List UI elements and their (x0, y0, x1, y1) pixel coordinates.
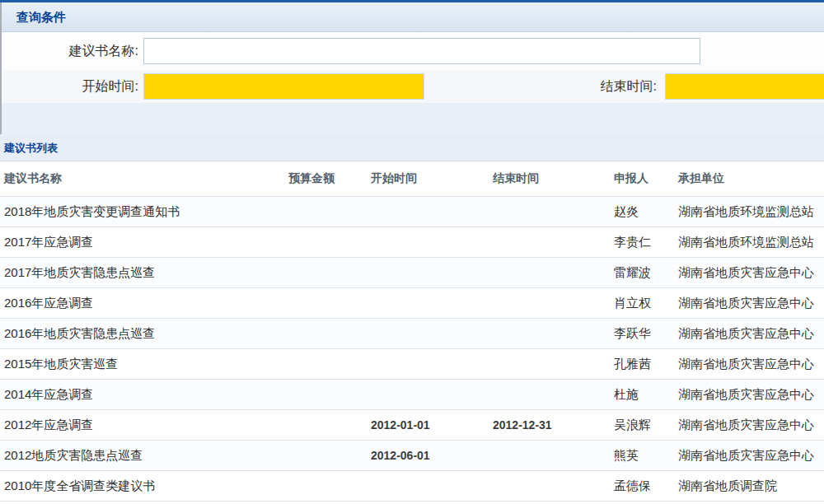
cell-applicant: 熊英 (614, 448, 639, 464)
cell-unit: 湖南省地质灾害应急中心 (678, 326, 814, 342)
table-row[interactable]: 2014年应急调查 杜施 湖南省地质灾害应急中心 (0, 380, 824, 410)
table-body: 2018年地质灾害变更调查通知书 赵炎 湖南省地质环境监测总站 2017年应急调… (0, 197, 824, 502)
column-header-start: 开始时间 (371, 171, 417, 186)
proposal-name-input[interactable] (143, 38, 700, 64)
cell-unit: 湖南省地质灾害应急中心 (678, 448, 814, 464)
proposal-name-row: 建议书名称: (2, 32, 824, 70)
proposal-name-label: 建议书名称: (2, 32, 138, 70)
table-row[interactable]: 2018年地质灾害变更调查通知书 赵炎 湖南省地质环境监测总站 (0, 197, 824, 227)
cell-unit: 湖南省地质调查院 (678, 478, 777, 494)
cell-proposal-name: 2012地质灾害隐患点巡查 (4, 448, 143, 464)
column-header-applicant: 申报人 (614, 171, 648, 186)
cell-proposal-name: 2014年应急调查 (4, 387, 93, 403)
start-time-input[interactable] (143, 73, 424, 100)
column-header-end: 结束时间 (493, 171, 539, 186)
cell-proposal-name: 2010年度全省调查类建议书 (4, 478, 155, 494)
table-row[interactable]: 2015年地质灾害巡查 孔雅茜 湖南省地质灾害应急中心 (0, 349, 824, 380)
table-row[interactable]: 2017年地质灾害隐患点巡查 雷耀波 湖南省地质灾害应急中心 (0, 258, 824, 288)
cell-unit: 湖南省地质环境监测总站 (678, 235, 814, 250)
start-time-label: 开始时间: (2, 70, 138, 103)
cell-unit: 湖南省地质灾害应急中心 (678, 357, 814, 372)
cell-proposal-name: 2016年地质灾害隐患点巡查 (4, 326, 155, 342)
table-row[interactable]: 2016年地质灾害隐患点巡查 李跃华 湖南省地质灾害应急中心 (0, 319, 824, 349)
cell-applicant: 李跃华 (614, 326, 651, 342)
cell-applicant: 李贵仁 (614, 235, 651, 250)
cell-unit: 湖南省地质环境监测总站 (678, 204, 814, 220)
cell-proposal-name: 2016年应急调查 (4, 296, 93, 311)
query-panel: 查询条件 建议书名称: 开始时间: 结束时间: (0, 2, 824, 134)
end-time-label: 结束时间: (521, 70, 657, 103)
cell-applicant: 吴浪辉 (614, 418, 651, 433)
cell-applicant: 雷耀波 (614, 265, 651, 281)
cell-start-time: 2012-01-01 (371, 418, 430, 432)
query-form: 建议书名称: 开始时间: 结束时间: (2, 32, 824, 134)
cell-applicant: 孟德保 (614, 478, 651, 494)
time-range-row: 开始时间: 结束时间: (2, 70, 824, 103)
column-header-name: 建议书名称 (4, 171, 62, 186)
cell-applicant: 杜施 (614, 387, 639, 403)
cell-start-time: 2012-06-01 (371, 449, 430, 462)
table-row[interactable]: 2012地质灾害隐患点巡查 2012-06-01 熊英 湖南省地质灾害应急中心 (0, 441, 824, 471)
cell-proposal-name: 2012年应急调查 (4, 418, 93, 433)
query-panel-title: 查询条件 (2, 2, 824, 32)
table-row[interactable]: 2010年度全省调查类建议书 孟德保 湖南省地质调查院 (0, 471, 824, 502)
cell-unit: 湖南省地质灾害应急中心 (678, 418, 814, 433)
cell-proposal-name: 2017年地质灾害隐患点巡查 (4, 265, 155, 281)
cell-unit: 湖南省地质灾害应急中心 (678, 265, 814, 281)
query-panel-footer (2, 103, 824, 134)
column-header-unit: 承担单位 (678, 171, 724, 186)
cell-unit: 湖南省地质灾害应急中心 (678, 387, 814, 403)
cell-proposal-name: 2018年地质灾害变更调查通知书 (4, 204, 180, 220)
cell-proposal-name: 2015年地质灾害巡查 (4, 357, 118, 372)
cell-applicant: 孔雅茜 (614, 357, 651, 372)
cell-unit: 湖南省地质灾害应急中心 (678, 296, 814, 311)
table-row[interactable]: 2016年应急调查 肖立权 湖南省地质灾害应急中心 (0, 288, 824, 319)
end-time-input[interactable] (665, 73, 824, 100)
table-row[interactable]: 2012年应急调查 2012-01-01 2012-12-31 吴浪辉 湖南省地… (0, 410, 824, 441)
cell-applicant: 赵炎 (614, 204, 639, 220)
cell-end-time: 2012-12-31 (493, 418, 552, 432)
proposal-list-title: 建议书列表 (0, 134, 824, 161)
cell-applicant: 肖立权 (614, 296, 651, 311)
table-row[interactable]: 2017年应急调查 李贵仁 湖南省地质环境监测总站 (0, 227, 824, 258)
proposal-list-panel: 建议书列表 建议书名称 预算金额 开始时间 结束时间 申报人 承担单位 2018… (0, 134, 824, 502)
table-header-row: 建议书名称 预算金额 开始时间 结束时间 申报人 承担单位 (0, 161, 824, 197)
column-header-budget: 预算金额 (288, 171, 335, 186)
cell-proposal-name: 2017年应急调查 (4, 235, 93, 250)
